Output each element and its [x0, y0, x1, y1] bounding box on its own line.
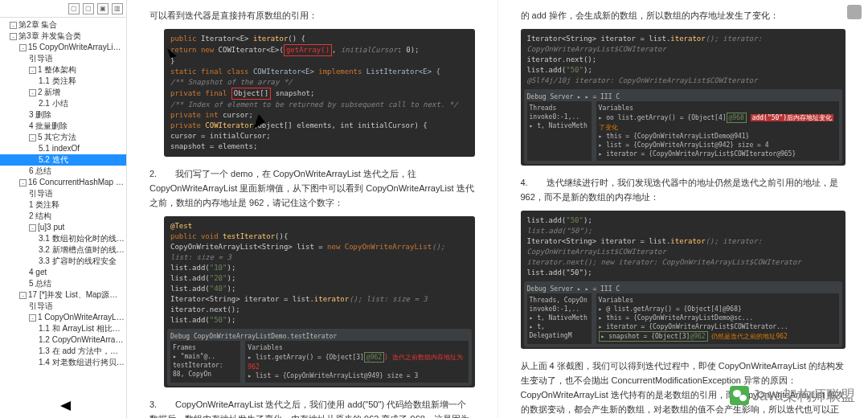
- outline-item[interactable]: 5.2 迭代: [0, 154, 126, 166]
- code-block-demo: @Test public void testIterator(){ CopyOn…: [164, 216, 475, 387]
- outline-item[interactable]: 2.1 小结: [0, 98, 126, 109]
- list-item-2: 2.我们写了一个 demo，在 CopyOnWriteArrayList 迭代之…: [149, 166, 475, 210]
- code-block-iterator: public Iterator<E> iterator() { return n…: [164, 29, 475, 157]
- outline-item[interactable]: 1.2 CopyOnWriteArrayList 通过哪些手段实现了线程安全？: [0, 334, 126, 346]
- watermark-text: Java架构师联盟: [752, 386, 855, 405]
- right-column: 的 add 操作，会生成新的数组，所以数组的内存地址发生了变化： Iterato…: [498, 0, 869, 418]
- outline-item[interactable]: 1.4 对老数组进行拷贝，会有性: [0, 357, 126, 368]
- code-block-4: list.add("50"); list.add("50"); Iterator…: [521, 211, 846, 349]
- outline-item[interactable]: 1 类注释: [0, 199, 126, 211]
- outline-item[interactable]: 4 get: [0, 267, 126, 278]
- outline-item[interactable]: 3.1 数组初始化时的线程安全: [0, 233, 126, 244]
- content-area: 可以看到迭代器是直接持有原数组的引用： public Iterator<E> i…: [127, 0, 868, 418]
- paragraph: 的 add 操作，会生成新的数组，所以数组的内存地址发生了变化：: [521, 8, 846, 23]
- list-item-3: 3.CopyOnWriteArrayList 迭代之后，我们使用 add("50…: [149, 397, 475, 418]
- watermark: Java架构师联盟: [730, 386, 855, 405]
- tool-icon-4[interactable]: ▥: [112, 3, 123, 14]
- outline-item[interactable]: 5.1 indexOf: [0, 143, 126, 154]
- outline-item[interactable]: 引导语: [0, 188, 126, 199]
- outline-item[interactable]: 1.3 在 add 方法中，对数组进行加锁后，不是已经是线程安全了么，为什么还需…: [0, 346, 126, 357]
- outline-item[interactable]: -第2章 集合: [0, 19, 126, 31]
- outline-item[interactable]: 引导语: [0, 53, 126, 64]
- wechat-icon: [730, 386, 749, 405]
- outline-item[interactable]: 3.2 新增槽点值时的线程安全: [0, 244, 126, 256]
- list-item-4: 4.迭代继续进行时，我们发现迭代器中的地址仍然是迭代之前引用的地址，是 962，…: [521, 175, 846, 204]
- tool-icon-1[interactable]: ▢: [68, 3, 80, 14]
- code-block-3: Iterator<String> iterator = list.iterato…: [521, 29, 846, 166]
- outline-item[interactable]: -17 [*]并发 List、Map源码面试题: [0, 289, 126, 301]
- left-column: 可以看到迭代器是直接持有原数组的引用： public Iterator<E> i…: [127, 0, 498, 418]
- paragraph: 可以看到迭代器是直接持有原数组的引用：: [149, 8, 475, 23]
- outline-item[interactable]: 1.1 类注释: [0, 76, 126, 87]
- outline-item[interactable]: 5 总结: [0, 278, 126, 289]
- outline-item[interactable]: 引导语: [0, 301, 126, 312]
- outline-item[interactable]: 3.3 扩容时的线程安全: [0, 256, 126, 267]
- outline-tree: -第2章 集合-第3章 并发集合类-15 CopyOnWriteArrayLis…: [0, 18, 126, 370]
- outline-item[interactable]: -第3章 并发集合类: [0, 31, 126, 42]
- tool-icon-3[interactable]: ▣: [97, 3, 108, 14]
- outline-item[interactable]: -1 CopyOnWriteArrayList 相关: [0, 312, 126, 323]
- outline-item[interactable]: -15 CopyOnWriteArrayList 源码解析和设计思路: [0, 42, 126, 53]
- outline-item[interactable]: -16 ConcurrentHashMap 源码解析和设计思路: [0, 177, 126, 188]
- tool-icon-2[interactable]: ▢: [83, 3, 94, 14]
- outline-item[interactable]: -1 整体架构: [0, 64, 126, 76]
- outline-sidebar: ▢ ▢ ▣ ▥ -第2章 集合-第3章 并发集合类-15 CopyOnWrite…: [0, 0, 127, 418]
- outline-item[interactable]: 1.1 和 ArrayList 相比有哪些相同点和不同点？: [0, 323, 126, 334]
- outline-item[interactable]: 4 批量删除: [0, 121, 126, 132]
- outline-item[interactable]: 2 结构: [0, 211, 126, 222]
- outline-item[interactable]: -[u]3 put: [0, 222, 126, 233]
- outline-item[interactable]: 3 删除: [0, 109, 126, 121]
- sidebar-toolbar: ▢ ▢ ▣ ▥: [0, 0, 126, 18]
- outline-item[interactable]: -2 新增: [0, 87, 126, 98]
- outline-item[interactable]: -5 其它方法: [0, 132, 126, 143]
- outline-item[interactable]: 6 总结: [0, 166, 126, 177]
